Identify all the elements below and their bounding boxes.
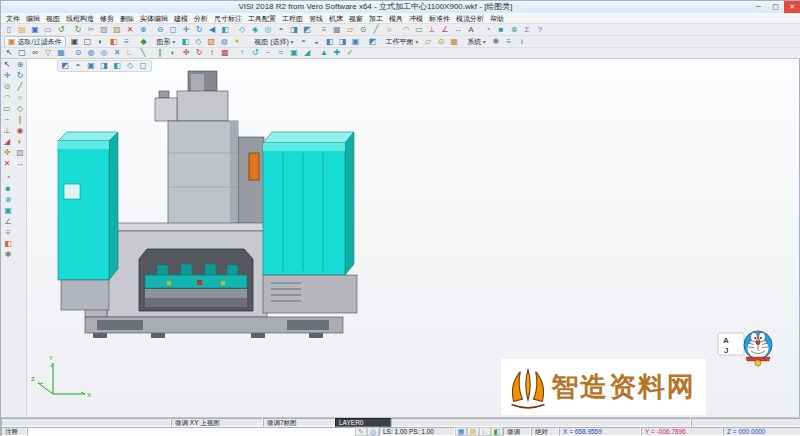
top-view-icon[interactable]: ◓ [275,25,287,35]
close-button[interactable]: ✕ [784,1,800,13]
shell-icon[interactable]: ▣ [288,48,300,58]
dynamic-view-icon[interactable]: ◎ [262,25,274,35]
layer-visibility-icon[interactable]: ◧ [491,427,503,436]
pick-target-icon[interactable]: ◎ [367,427,379,436]
zoom-out-icon[interactable]: ⊖ [154,25,166,35]
help-icon[interactable]: ? [534,25,546,35]
menu-item[interactable]: 视窗 [346,13,366,24]
new-workplane-icon[interactable]: ▱ [422,37,434,47]
snap-intersection-icon[interactable]: ✕ [111,48,123,58]
menu-item[interactable]: 线框构造 [63,13,97,24]
surface-icon[interactable]: ◔ [2,173,14,183]
stitch-icon[interactable]: ✚ [331,48,343,58]
revolve-icon[interactable]: ↺ [249,48,261,58]
move-icon[interactable]: ✜ [180,48,192,58]
ortho-mode-icon[interactable]: ∟ [124,48,136,58]
menu-item[interactable]: 实体编辑 [137,13,171,24]
open-file-icon[interactable]: ▤ [16,25,28,35]
filter-type-icon[interactable]: ◆ [138,37,150,47]
menu-item[interactable]: 管线 [306,13,326,24]
circle-icon[interactable]: ○ [383,25,395,35]
shell-mode-icon[interactable]: ▣ [2,206,14,216]
chamfer-tool-icon[interactable]: ◢ [1,137,13,147]
snap-grid-icon[interactable]: ▦ [55,48,67,58]
select-invert-icon[interactable]: ◐ [95,37,107,47]
layer-manager-icon[interactable]: ≡ [318,25,330,35]
front-view-icon[interactable]: ◨ [288,25,300,35]
move-tool-icon[interactable]: ✜ [1,148,13,158]
view-right-icon[interactable]: ◨ [337,37,349,47]
dimension-icon[interactable]: ↔ [452,25,464,35]
delete-icon[interactable]: ✕ [124,25,136,35]
prompt-history-icon[interactable]: ✎ [355,427,367,436]
loft-icon[interactable]: ≈ [275,48,287,58]
menu-item[interactable]: 模流分析 [453,13,487,24]
analysis-icon[interactable]: Σ [521,25,533,35]
new-file-icon[interactable]: ▯ [3,25,15,35]
menu-item[interactable]: 编辑 [23,13,43,24]
save-icon[interactable]: ▣ [29,25,41,35]
selection-filter-tab[interactable]: ▣ 选取/过滤条件 [4,36,66,48]
measure-icon[interactable]: ∠ [439,25,451,35]
select-box-icon[interactable]: ▢ [16,48,28,58]
paste-icon[interactable]: ▨ [111,25,123,35]
chain-select-icon[interactable]: ∞ [29,48,41,58]
options-icon[interactable]: ≡ [503,37,515,47]
snap-endpoint-icon[interactable]: ⊙ [72,48,84,58]
view-left-icon[interactable]: ◧ [324,37,336,47]
hidden-line-icon[interactable]: ◈ [249,25,261,35]
workplane-indicator[interactable]: 微调 XY 上视图 [171,418,263,427]
menu-item[interactable]: 冲模 [406,13,426,24]
command-input[interactable] [27,427,355,436]
layers-icon[interactable]: ≡ [2,228,14,238]
zoom-tool-icon[interactable]: ⊕ [14,60,26,70]
zoom-fit-icon[interactable]: ◻ [167,25,179,35]
construction-line-icon[interactable]: ╲ [137,48,149,58]
snap-midpoint-icon[interactable]: ◍ [85,48,97,58]
copy-tool-icon[interactable]: ▧ [14,148,26,158]
cut-icon[interactable]: ✂ [85,25,97,35]
pan-tool-icon[interactable]: ✛ [1,71,13,81]
minimize-button[interactable]: ─ [750,1,767,13]
pan-icon[interactable]: ✛ [180,25,192,35]
workplane-align-icon[interactable]: ▦ [448,37,460,47]
menu-item[interactable]: 尺寸标注 [211,13,245,24]
menu-item[interactable]: 加工 [366,13,386,24]
extrude-icon[interactable]: ↑ [236,48,248,58]
line-icon[interactable]: ╱ [370,25,382,35]
menu-item[interactable]: 文件 [3,13,23,24]
trim-tool-icon[interactable]: ⊥ [1,126,13,136]
snap-toggle-icon[interactable]: ▦ [455,427,467,436]
settings-icon[interactable]: ✱ [490,37,502,47]
filter-layer-icon[interactable]: ≡ [121,37,133,47]
ortho-toggle-icon[interactable]: ∟ [479,427,491,436]
solid-tool-icon[interactable]: ■ [495,25,507,35]
mirror-icon[interactable]: ◐ [167,48,179,58]
transparency-icon[interactable]: ◍ [218,37,230,47]
rectangle-icon[interactable]: ▭ [413,25,425,35]
sweep-icon[interactable]: ~ [262,48,274,58]
quick-top-view-icon[interactable]: ◓ [72,61,84,71]
workplane-icon[interactable]: ▱ [344,25,356,35]
preferences-icon[interactable]: ✱ [2,250,14,260]
arc-tool-icon[interactable]: ◠ [1,93,13,103]
redo-icon[interactable]: ↻ [72,25,84,35]
info-icon[interactable]: i [516,37,528,47]
menu-item[interactable]: 帮助 [487,13,507,24]
menu-item[interactable]: 工程图 [279,13,306,24]
light-icon[interactable]: ✶ [231,37,243,47]
iso-view-icon[interactable]: ◩ [301,25,313,35]
menu-item[interactable]: 标准件 [426,13,453,24]
grid-icon[interactable]: ▦ [331,25,343,35]
text-tool-icon[interactable]: A [465,25,477,35]
menu-item[interactable]: 工具配置 [245,13,279,24]
view-bottom-icon[interactable]: ◒ [311,37,323,47]
circle-tool-icon[interactable]: ○ [14,93,26,103]
undo-icon[interactable]: ↺ [55,25,67,35]
surface-tool-icon[interactable]: ◔ [482,25,494,35]
copy-icon[interactable]: ▧ [98,25,110,35]
point-tool-icon[interactable]: ⊙ [1,82,13,92]
view-iso-icon[interactable]: ◩ [367,37,379,47]
workplane-origin-icon[interactable]: ⊙ [435,37,447,47]
verify-icon[interactable]: ✓ [344,48,356,58]
